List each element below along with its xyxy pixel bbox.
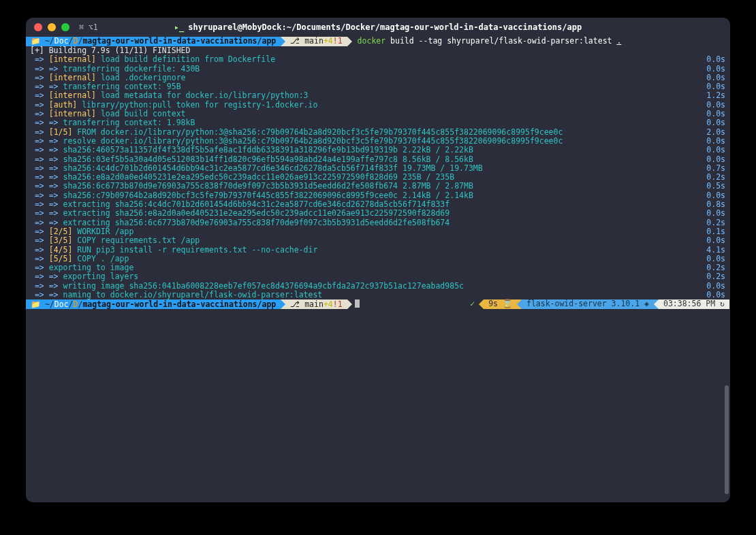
status-env: flask-owid-server 3.10.1 ◈ <box>522 299 654 309</box>
titlebar-session: ⌘ ⌥1 <box>79 22 98 32</box>
build-output-line: => => writing image sha256:041ba6008228e… <box>26 282 729 291</box>
prompt-git-status: ⎇ main +4 !1 <box>285 299 347 309</box>
close-icon[interactable] <box>34 23 42 31</box>
build-output-line: => exporting to image0.2s <box>26 263 729 272</box>
build-header: [+] Building 7.9s (11/11) FINISHED <box>26 46 729 55</box>
cursor <box>355 299 360 308</box>
terminal-icon: ▸_ <box>174 22 184 32</box>
prompt-line-2: 📁 ~/Doc/D/magtag-our-world-in-data-vacci… <box>26 299 729 309</box>
status-ok-icon: ✓ <box>466 299 479 309</box>
build-output-line: => => sha256:4c4dc701b2d601454d6bb94c31c… <box>26 164 729 173</box>
prompt-path: 📁 ~/Doc/D/magtag-our-world-in-data-vacci… <box>26 37 281 46</box>
build-output-line: => => sha256:460573a11357df4f338df5b5afe… <box>26 146 729 155</box>
status-clock: 03:38:56 PM ↻ <box>659 299 729 309</box>
maximize-icon[interactable] <box>61 23 69 31</box>
build-output-line: => [auth] library/python:pull token for … <box>26 101 729 110</box>
build-output-line: => [internal] load metadata for docker.i… <box>26 91 729 100</box>
build-output-line: => [internal] load .dockerignore0.0s <box>26 74 729 82</box>
build-output-line: => [3/5] COPY requirements.txt /app0.0s <box>26 236 729 245</box>
build-output-line: => => transferring context: 95B0.0s <box>26 82 729 91</box>
window-title: ▸_shyruparel@MobyDock:~/Documents/Docker… <box>26 22 730 32</box>
build-output-line: => [4/5] RUN pip3 install -r requirement… <box>26 246 729 255</box>
build-output-line: => => extracting sha256:6c6773b870d9e769… <box>26 218 729 227</box>
titlebar: ⌘ ⌥1 ▸_shyruparel@MobyDock:~/Documents/D… <box>26 18 730 37</box>
build-output-line: => => exporting layers0.2s <box>26 272 729 281</box>
terminal-body[interactable]: 📁 ~/Doc/D/magtag-our-world-in-data-vacci… <box>26 37 730 309</box>
minimize-icon[interactable] <box>48 23 56 31</box>
prompt-path: 📁 ~/Doc/D/magtag-our-world-in-data-vacci… <box>26 299 281 309</box>
build-output-line: => [internal] load build definition from… <box>26 55 729 64</box>
prompt-git-status: ⎇ main +4 !1 <box>285 37 347 46</box>
status-duration: 9s ⌛ <box>484 299 517 309</box>
prompt-line-1: 📁 ~/Doc/D/magtag-our-world-in-data-vacci… <box>26 37 729 46</box>
build-output-line: => [internal] load build context0.0s <box>26 110 729 118</box>
prompt-command: docker build --tag shyruparel/flask-owid… <box>352 37 622 46</box>
build-output-line: => [5/5] COPY . /app0.0s <box>26 255 729 263</box>
build-output-line: => => extracting sha256:e8a2d0a0ed405231… <box>26 209 729 218</box>
build-output-line: => => sha256:03ef5b5a30a4d05e512083b14ff… <box>26 155 729 164</box>
build-output-line: => [2/5] WORKDIR /app0.1s <box>26 227 729 236</box>
build-output-line: => [1/5] FROM docker.io/library/python:3… <box>26 128 729 137</box>
build-output-line: => => transferring context: 1.98kB0.0s <box>26 118 729 127</box>
build-output-line: => => sha256:e8a2d0a0ed405231e2ea295edc5… <box>26 173 729 182</box>
build-output-line: => => extracting sha256:4c4dc701b2d60145… <box>26 200 729 209</box>
build-output-line: => => sha256:6c6773b870d9e76903a755c838f… <box>26 182 729 191</box>
build-output-line: => => naming to docker.io/shyruparel/fla… <box>26 291 729 299</box>
build-output-line: => => transferring dockerfile: 430B0.0s <box>26 65 729 74</box>
build-output-line: => => sha256:c79b09764b2a8d920bcf3c5fe79… <box>26 191 729 200</box>
scrollbar[interactable] <box>725 385 729 494</box>
terminal-window: ⌘ ⌥1 ▸_shyruparel@MobyDock:~/Documents/D… <box>26 18 730 502</box>
status-right: ✓ 9s ⌛ flask-owid-server 3.10.1 ◈ 03:38:… <box>466 299 729 309</box>
build-output-line: => => resolve docker.io/library/python:3… <box>26 137 729 146</box>
